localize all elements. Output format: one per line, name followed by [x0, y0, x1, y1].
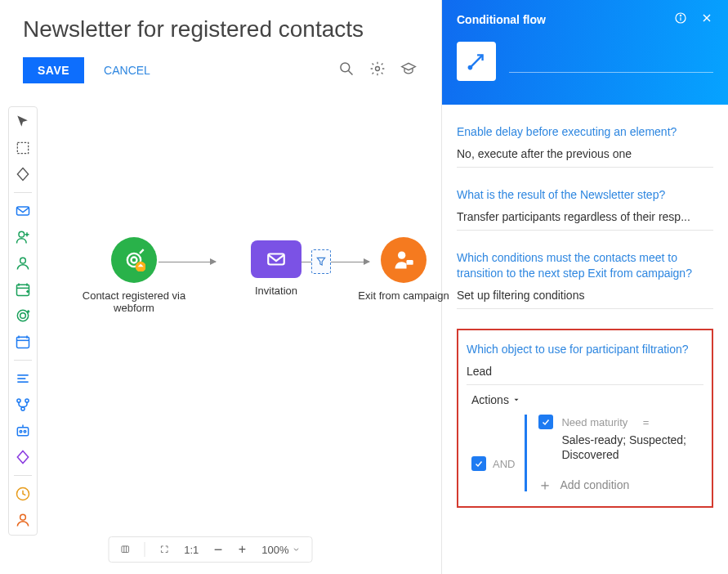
plus-icon: ＋ — [538, 478, 552, 491]
zoom-toolbar: 1:1 − + 100% — [109, 536, 313, 563]
conditional-flow-marker[interactable] — [311, 249, 331, 274]
svg-point-30 — [398, 252, 405, 259]
field-label: What is the result of the Newsletter ste… — [457, 187, 713, 202]
svg-rect-4 — [17, 207, 29, 215]
node-label: Exit from campaign — [346, 289, 461, 302]
svg-rect-7 — [17, 285, 29, 295]
svg-rect-31 — [407, 260, 413, 265]
svg-point-17 — [25, 399, 29, 402]
svg-point-40 — [468, 65, 473, 70]
svg-point-6 — [20, 258, 26, 263]
field-label: Enable delay before executing an element… — [457, 124, 713, 139]
branch-element-icon[interactable] — [15, 397, 31, 413]
caret-down-icon — [512, 396, 520, 404]
page-title: Newsletter for registered contacts — [23, 16, 441, 43]
academy-icon[interactable] — [400, 61, 417, 80]
cancel-button[interactable]: CANCEL — [104, 64, 150, 77]
zoom-in-button[interactable]: + — [238, 543, 247, 556]
logic-operator-toggle[interactable]: AND — [493, 458, 515, 470]
fit-screen-icon[interactable] — [160, 543, 169, 556]
element-name-input[interactable] — [509, 45, 713, 73]
add-condition-button[interactable]: ＋ Add condition — [538, 478, 703, 491]
pointer-tool-icon[interactable] — [15, 114, 31, 130]
panel-title: Conditional flow — [457, 13, 546, 26]
conditions-value-select[interactable]: Set up filtering conditions — [457, 287, 713, 309]
svg-rect-32 — [122, 546, 129, 553]
node-label: Invitation — [219, 285, 333, 297]
svg-line-1 — [349, 71, 353, 75]
chevron-down-icon — [292, 545, 300, 554]
node-label: Contact registered via webform — [77, 289, 191, 314]
svg-rect-29 — [268, 254, 284, 265]
add-condition-label: Add condition — [560, 478, 629, 491]
element-type-icon — [457, 42, 496, 81]
svg-point-5 — [19, 231, 25, 237]
svg-point-2 — [376, 67, 380, 71]
actions-menu[interactable]: Actions — [471, 393, 703, 406]
filtration-highlight-box: Which object to use for participant filt… — [457, 329, 713, 509]
svg-point-18 — [21, 407, 25, 410]
calendar-add-element-icon[interactable] — [15, 281, 31, 298]
search-icon[interactable] — [338, 61, 355, 80]
calendar-element-icon[interactable] — [15, 334, 31, 350]
result-value-select[interactable]: Transfer participants regardless of thei… — [457, 209, 713, 231]
element-palette — [8, 106, 38, 536]
svg-point-9 — [17, 310, 28, 321]
actions-label: Actions — [471, 393, 509, 406]
condition-enabled-checkbox[interactable] — [538, 415, 553, 429]
svg-point-37 — [680, 15, 681, 16]
svg-point-0 — [341, 63, 350, 72]
gear-icon[interactable] — [369, 61, 386, 80]
zoom-out-button[interactable]: − — [213, 543, 222, 556]
save-button[interactable]: SAVE — [23, 57, 84, 83]
lasso-tool-icon[interactable] — [15, 140, 31, 156]
svg-line-27 — [140, 249, 144, 253]
field-label: Which object to use for participant filt… — [467, 342, 703, 357]
svg-point-10 — [20, 313, 26, 319]
svg-point-20 — [20, 431, 22, 433]
contact-add-element-icon[interactable] — [15, 229, 31, 245]
svg-rect-11 — [17, 337, 29, 348]
toolbar: SAVE CANCEL — [23, 57, 441, 83]
node-exit-campaign[interactable]: Exit from campaign — [346, 237, 461, 302]
diamond-element-icon[interactable] — [15, 449, 31, 465]
zoom-actual-size-button[interactable]: 1:1 — [184, 543, 199, 556]
svg-rect-3 — [17, 142, 28, 153]
info-icon[interactable] — [674, 11, 687, 27]
node-webform-trigger[interactable]: Contact registered via webform — [77, 237, 191, 314]
exit-element-icon[interactable] — [15, 512, 31, 528]
svg-point-16 — [17, 399, 20, 402]
email-element-icon[interactable] — [15, 203, 31, 219]
properties-panel: Conditional flow Enable delay before exe… — [441, 0, 728, 574]
svg-rect-19 — [17, 428, 28, 436]
condition-value[interactable]: Sales-ready; Suspected; Discovered — [561, 433, 703, 462]
zoom-level-dropdown[interactable]: 100% — [261, 544, 300, 556]
condition-field[interactable]: Need maturity — [561, 416, 628, 428]
contact-element-icon[interactable] — [15, 255, 31, 271]
list-element-icon[interactable] — [15, 370, 31, 387]
field-label: Which conditions must the contacts meet … — [457, 250, 713, 280]
filtration-object-select[interactable]: Lead — [467, 363, 703, 385]
script-element-icon[interactable] — [15, 423, 31, 439]
condition-operator[interactable]: = — [643, 416, 650, 428]
close-icon[interactable] — [700, 11, 713, 27]
svg-point-26 — [132, 258, 137, 263]
svg-point-24 — [20, 514, 26, 520]
diagram-canvas[interactable]: Contact registered via webform Invitatio… — [44, 106, 441, 549]
svg-point-21 — [24, 431, 26, 433]
panels-toggle-icon[interactable] — [121, 543, 130, 556]
target-element-icon[interactable] — [15, 307, 31, 324]
timer-element-icon[interactable] — [15, 486, 31, 502]
insert-condition-icon[interactable] — [15, 166, 31, 182]
zoom-value-label: 100% — [261, 544, 288, 556]
panel-header: Conditional flow — [442, 0, 728, 105]
group-enabled-checkbox[interactable] — [471, 456, 486, 471]
delay-value-select[interactable]: No, execute after the previous one — [457, 146, 713, 168]
